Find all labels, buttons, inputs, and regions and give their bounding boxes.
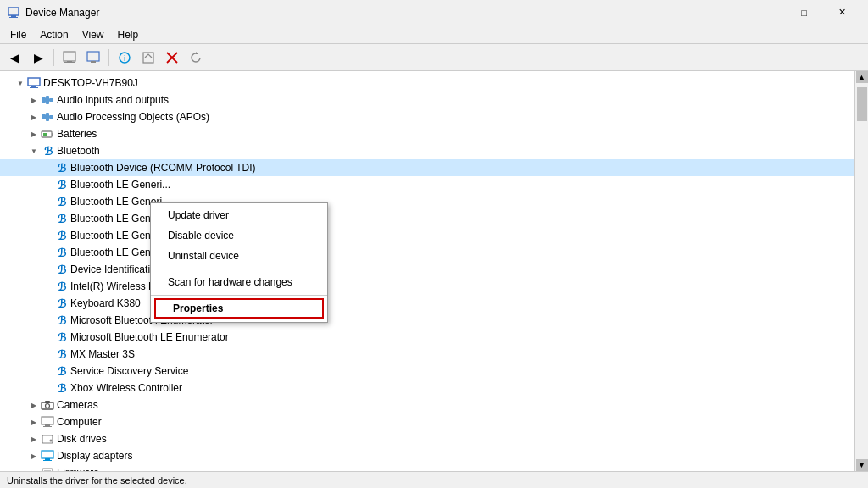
device-tree[interactable]: ▼ DESKTOP-VH7B90J ▶ Audio inputs and out… [0,71,854,471]
disk-expand-icon[interactable]: ▶ [27,432,41,446]
scroll-down-button[interactable]: ▼ [856,459,868,471]
menu-help[interactable]: Help [111,27,146,42]
audio-inputs-expand-icon[interactable]: ▶ [27,93,41,107]
menu-action[interactable]: Action [33,27,75,42]
tree-bt-ms-enum[interactable]: ▶ ℬ Microsoft Bluetooth Enumerator [0,312,854,329]
svg-rect-45 [45,424,50,426]
bluetooth-expand-icon[interactable]: ▼ [27,144,41,158]
svg-rect-50 [45,458,50,460]
status-bar: Uninstalls the driver for the selected d… [0,471,868,488]
bt-kb-icon: ℬ [54,297,68,310]
toolbar-show-properties[interactable] [58,47,81,69]
root-expand-icon[interactable]: ▼ [14,76,27,90]
svg-rect-17 [42,97,46,103]
svg-rect-46 [43,426,52,427]
tree-bt-device[interactable]: ▶ ℬ Bluetooth Device (RCOMM Protocol TDI… [0,159,854,176]
tree-bt-le4[interactable]: ▶ ℬ Bluetooth LE Generi... [0,227,854,244]
tree-audio-inputs[interactable]: ▶ Audio inputs and outputs [0,92,854,108]
toolbar-disconnect[interactable] [161,47,183,69]
context-uninstall-device[interactable]: Uninstall device [151,246,327,266]
tree-bt-le5[interactable]: ▶ ℬ Bluetooth LE Generi... [0,244,854,261]
computer-label: Computer [57,416,102,428]
svg-text:ℬ: ℬ [58,314,67,326]
context-update-driver[interactable]: Update driver [151,205,327,225]
tree-audio-processing[interactable]: ▶ Audio Processing Objects (APOs) [0,108,854,125]
toolbar-update[interactable]: i [114,47,136,69]
svg-text:ℬ: ℬ [58,247,67,258]
tree-root[interactable]: ▼ DESKTOP-VH7B90J [0,75,854,92]
tree-bt-le2[interactable]: ▶ ℬ Bluetooth LE Generi... [0,193,854,210]
toolbar-scan[interactable] [137,47,159,69]
svg-rect-14 [28,78,40,86]
tree-bluetooth[interactable]: ▼ ℬ Bluetooth [0,142,854,159]
toolbar-forward[interactable]: ▶ [27,47,49,69]
bt-svc-icon: ℬ [54,364,68,378]
context-scan-hardware[interactable]: Scan for hardware changes [151,272,327,292]
svg-text:ℬ: ℬ [58,263,67,275]
tree-firmware[interactable]: ▶ Firmware [0,464,854,471]
audio-inputs-icon [41,93,54,107]
minimize-button[interactable]: — [747,0,785,25]
bt-le5-icon: ℬ [54,246,68,259]
computer-tree-icon [41,415,54,429]
menu-bar: File Action View Help [0,25,868,44]
vertical-scrollbar[interactable]: ▲ ▼ [854,71,868,471]
cameras-expand-icon[interactable]: ▶ [27,398,41,412]
disk-icon [41,432,54,446]
display-expand-icon[interactable]: ▶ [27,449,41,463]
display-label: Display adapters [57,450,132,462]
toolbar-refresh[interactable] [185,47,207,69]
firmware-label: Firmware [57,467,99,471]
computer-icon [27,76,41,90]
tree-bt-xbox[interactable]: ▶ ℬ Xbox Wireless Controller [0,380,854,396]
context-disable-device[interactable]: Disable device [151,225,327,246]
tree-batteries[interactable]: ▶ Batteries [0,125,854,142]
toolbar-back[interactable]: ◀ [3,47,25,69]
tree-bt-ms-le[interactable]: ▶ ℬ Microsoft Bluetooth LE Enumerator [0,329,854,346]
firmware-expand-icon[interactable]: ▶ [27,466,41,471]
tree-bt-dev-id[interactable]: ▶ ℬ Device Identificatio... [0,261,854,278]
scroll-track[interactable] [856,83,868,459]
svg-rect-5 [64,62,75,63]
menu-view[interactable]: View [75,27,111,42]
tree-disk[interactable]: ▶ Disk drives [0,430,854,447]
tree-bt-kb[interactable]: ▶ ℬ Keyboard K380 [0,295,854,312]
tree-bt-mx[interactable]: ▶ ℬ MX Master 3S [0,346,854,363]
svg-rect-44 [42,417,53,424]
tree-bt-intel[interactable]: ▶ ℬ Intel(R) Wireless Blu... [0,278,854,295]
tree-bt-le1[interactable]: ▶ ℬ Bluetooth LE Generi... [0,176,854,193]
context-separator-2 [151,295,327,296]
tree-display[interactable]: ▶ Display adapters [0,447,854,464]
tree-bt-le3[interactable]: ▶ ℬ Bluetooth LE Generi... [0,210,854,227]
bt-le1-icon: ℬ [54,178,68,191]
svg-point-42 [46,404,50,408]
svg-rect-7 [91,61,96,63]
menu-file[interactable]: File [3,27,33,42]
display-icon [41,449,54,463]
tree-cameras[interactable]: ▶ Cameras [0,396,854,413]
scroll-up-button[interactable]: ▲ [856,71,868,83]
toolbar-show-device[interactable] [82,47,104,69]
svg-rect-43 [45,401,50,403]
status-text: Uninstalls the driver for the selected d… [7,475,187,485]
maximize-button[interactable]: □ [785,0,823,25]
computer-expand-icon[interactable]: ▶ [27,415,41,429]
svg-rect-51 [43,460,52,461]
context-properties[interactable]: Properties [154,298,324,319]
close-button[interactable]: ✕ [823,0,861,25]
scroll-thumb[interactable] [857,87,867,121]
bt-ms-enum-icon: ℬ [54,313,68,327]
tree-bt-svc[interactable]: ▶ ℬ Service Discovery Service [0,363,854,380]
svg-text:ℬ: ℬ [58,230,67,241]
bt-dev-id-icon: ℬ [54,263,68,276]
svg-marker-13 [196,52,198,54]
toolbar-separator-1 [53,49,54,66]
tree-computer[interactable]: ▶ Computer [0,413,854,430]
toolbar-separator-2 [108,49,109,66]
batteries-expand-icon[interactable]: ▶ [27,127,41,141]
svg-rect-25 [43,133,47,136]
main-content: ▼ DESKTOP-VH7B90J ▶ Audio inputs and out… [0,71,868,471]
context-menu: Update driver Disable device Uninstall d… [150,202,328,323]
audio-processing-expand-icon[interactable]: ▶ [27,110,41,124]
bluetooth-label: Bluetooth [57,145,100,157]
